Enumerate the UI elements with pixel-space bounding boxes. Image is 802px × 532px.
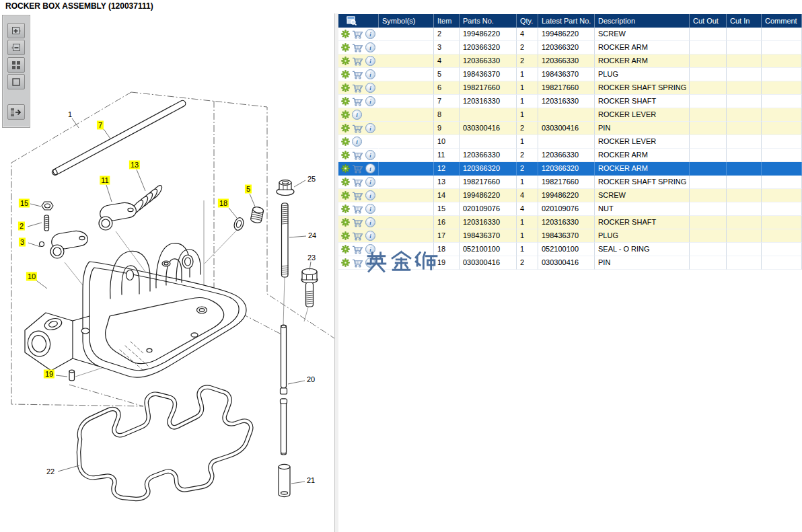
table-row[interactable]: i21994862204199486220SCREW (338, 28, 802, 41)
gear-icon[interactable] (341, 151, 350, 159)
cart-icon[interactable] (352, 204, 363, 214)
cart-icon[interactable] (352, 151, 363, 160)
gear-icon[interactable] (341, 231, 350, 240)
table-row[interactable]: i141994862204199486220SCREW (338, 189, 802, 202)
cart-icon[interactable] (352, 258, 363, 268)
table-row[interactable]: i171984363701198436370PLUG (338, 229, 802, 243)
gear-icon[interactable] (341, 178, 350, 186)
info-icon[interactable]: i (365, 190, 375, 200)
zoom-in-button[interactable] (7, 23, 25, 38)
diagram-callout-19[interactable]: 19 (44, 370, 54, 379)
diagram-callout-21[interactable]: 21 (305, 476, 316, 485)
cart-icon[interactable] (352, 164, 363, 174)
cart-icon[interactable] (352, 191, 363, 200)
column-header-latest_part_no[interactable]: Latest Part No. (538, 14, 595, 28)
info-icon[interactable]: i (365, 163, 375, 174)
diagram-callout-3[interactable]: 3 (19, 238, 26, 247)
zoom-out-button[interactable] (7, 40, 25, 55)
gear-icon[interactable] (341, 124, 350, 132)
cart-icon[interactable] (352, 30, 363, 39)
cart-icon[interactable] (352, 70, 363, 79)
info-icon[interactable]: i (365, 69, 375, 79)
gear-icon[interactable] (341, 191, 350, 200)
info-icon[interactable]: i (365, 231, 375, 241)
gear-icon[interactable] (341, 110, 350, 119)
column-header-qty[interactable]: Qty. (517, 14, 538, 28)
gear-icon[interactable] (341, 245, 350, 254)
column-header-description[interactable]: Description (595, 14, 690, 28)
cart-icon[interactable] (352, 218, 363, 227)
table-row[interactable]: i41203663302120366330ROCKER ARM (338, 54, 802, 68)
cart-icon[interactable] (352, 97, 363, 106)
info-icon[interactable]: i (352, 137, 362, 147)
gear-icon[interactable] (341, 258, 350, 267)
diagram-callout-24[interactable]: 24 (307, 231, 318, 240)
table-row[interactable]: i90303004162030300416PIN (338, 122, 802, 135)
cart-icon[interactable] (352, 56, 363, 66)
table-row[interactable]: i111203663302120366330ROCKER ARM (338, 149, 802, 162)
column-header-item[interactable]: Item (434, 14, 460, 28)
info-icon[interactable]: i (352, 110, 362, 120)
info-icon[interactable]: i (365, 244, 375, 254)
table-row[interactable]: i61982176601198217660ROCKER SHAFT SPRING (338, 81, 802, 95)
column-header-icons[interactable] (338, 14, 379, 28)
zoom-selection-button[interactable] (7, 57, 25, 73)
cart-icon[interactable] (352, 231, 363, 241)
column-header-symbols[interactable]: Symbol(s) (379, 14, 434, 28)
table-row[interactable]: i71203163301120316330ROCKER SHAFT (338, 95, 802, 108)
diagram-callout-20[interactable]: 20 (305, 375, 316, 384)
diagram-callout-2[interactable]: 2 (18, 222, 25, 231)
table-row[interactable]: i121203663202120366320ROCKER ARM (338, 162, 802, 176)
info-icon[interactable]: i (365, 42, 375, 52)
diagram-callout-7[interactable]: 7 (97, 121, 104, 130)
gear-icon[interactable] (341, 97, 350, 106)
info-icon[interactable]: i (365, 123, 375, 133)
cart-icon[interactable] (352, 43, 363, 52)
gear-icon[interactable] (341, 43, 350, 52)
info-icon[interactable]: i (365, 177, 375, 187)
fit-view-button[interactable] (7, 74, 25, 89)
gear-icon[interactable] (341, 164, 350, 173)
diagram-callout-11[interactable]: 11 (100, 176, 110, 185)
info-icon[interactable]: i (365, 150, 375, 160)
gear-icon[interactable] (341, 70, 350, 79)
column-header-comment[interactable]: Comment (762, 14, 802, 28)
table-row[interactable]: i150201090764020109076NUT (338, 202, 802, 216)
info-icon[interactable]: i (365, 258, 375, 268)
info-icon[interactable]: i (365, 56, 375, 66)
cart-icon[interactable] (352, 83, 363, 93)
gear-icon[interactable] (341, 218, 350, 227)
cart-icon[interactable] (352, 124, 363, 133)
diagram-callout-5[interactable]: 5 (245, 185, 252, 194)
cart-icon[interactable] (352, 178, 363, 187)
gear-icon[interactable] (341, 204, 350, 213)
diagram-callout-23[interactable]: 23 (306, 254, 317, 262)
gear-icon[interactable] (341, 83, 350, 92)
column-header-cut_out[interactable]: Cut Out (690, 14, 727, 28)
table-row[interactable]: i161203163301120316330ROCKER SHAFT (338, 216, 802, 229)
diagram-callout-25[interactable]: 25 (306, 175, 317, 184)
info-icon[interactable]: i (365, 204, 375, 214)
table-row[interactable]: i31203663202120366320ROCKER ARM (338, 41, 802, 54)
table-row[interactable]: i180521001001052100100SEAL - O RING (338, 243, 802, 256)
diagram-callout-18[interactable]: 18 (218, 199, 229, 208)
column-header-parts_no[interactable]: Parts No. (460, 14, 517, 28)
cart-icon[interactable] (352, 245, 363, 254)
diagram-callout-10[interactable]: 10 (26, 272, 37, 281)
table-row[interactable]: i190303004162030300416PIN (338, 256, 802, 270)
info-icon[interactable]: i (365, 217, 375, 227)
layout-panels-button[interactable] (7, 104, 25, 120)
column-header-cut_in[interactable]: Cut In (727, 14, 762, 28)
info-icon[interactable]: i (365, 96, 375, 106)
gear-icon[interactable] (341, 137, 350, 146)
info-icon[interactable]: i (365, 29, 375, 39)
gear-icon[interactable] (341, 56, 350, 65)
table-row[interactable]: i51984363701198436370PLUG (338, 68, 802, 81)
diagram-callout-22[interactable]: 22 (45, 467, 56, 476)
table-row[interactable]: i131982176601198217660ROCKER SHAFT SPRIN… (338, 176, 802, 189)
diagram-callout-15[interactable]: 15 (19, 199, 30, 208)
diagram-callout-1[interactable]: 1 (67, 110, 73, 119)
gear-icon[interactable] (341, 30, 350, 38)
table-row[interactable]: i81ROCKER LEVER (338, 108, 802, 122)
diagram-callout-13[interactable]: 13 (129, 161, 140, 169)
